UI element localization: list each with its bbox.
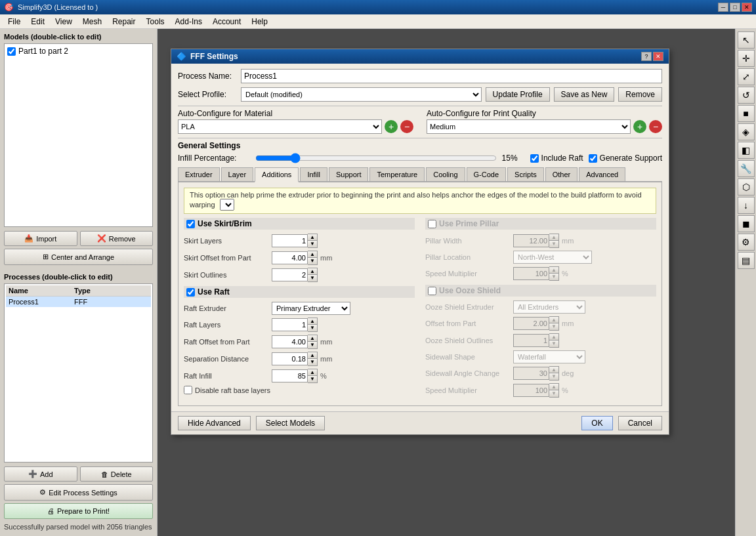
minimize-button[interactable]: ─ <box>718 3 728 12</box>
skirt-layers-input[interactable] <box>272 234 308 247</box>
infill-slider[interactable] <box>255 153 497 163</box>
menu-repair[interactable]: Repair <box>107 16 140 28</box>
tooltip-dropdown[interactable] <box>220 199 234 211</box>
raft-infill-down[interactable]: ▼ <box>308 376 317 382</box>
include-raft-checkbox[interactable] <box>530 154 539 163</box>
tool-move[interactable]: ✛ <box>738 50 755 67</box>
import-button[interactable]: 📥 Import <box>4 231 77 246</box>
disable-raft-checkbox[interactable] <box>184 386 192 394</box>
raft-infill-up[interactable]: ▲ <box>308 369 317 376</box>
menu-view[interactable]: View <box>50 16 77 28</box>
tab-additions[interactable]: Additions <box>255 167 299 182</box>
ooze-shield-checkbox[interactable] <box>428 287 436 295</box>
tool-rotate[interactable]: ↺ <box>738 87 755 104</box>
raft-layers-down[interactable]: ▼ <box>308 325 317 331</box>
tab-gcode[interactable]: G-Code <box>467 167 507 181</box>
prime-pillar-checkbox[interactable] <box>428 220 436 228</box>
tool-scale[interactable]: ⤢ <box>738 68 755 85</box>
remove-profile-button[interactable]: Remove <box>618 87 662 102</box>
delete-icon: 🗑 <box>101 470 108 478</box>
save-as-new-button[interactable]: Save as New <box>554 87 615 102</box>
skirt-outlines-up[interactable]: ▲ <box>308 268 317 275</box>
prepare-to-print-button[interactable]: 🖨 Prepare to Print! <box>4 503 153 519</box>
generate-support-checkbox[interactable] <box>589 154 597 163</box>
raft-infill-input[interactable] <box>272 369 308 382</box>
tab-support[interactable]: Support <box>329 167 369 181</box>
menu-account[interactable]: Account <box>207 16 246 28</box>
skirt-brim-checkbox[interactable] <box>186 220 195 228</box>
menu-add-ins[interactable]: Add-Ins <box>170 16 207 28</box>
add-material-button[interactable]: + <box>385 120 398 133</box>
process-name-row: Process Name: <box>178 69 662 83</box>
profile-select[interactable]: Default (modified) <box>241 87 482 102</box>
ok-button[interactable]: OK <box>581 416 612 430</box>
skirt-offset-down[interactable]: ▼ <box>308 258 317 264</box>
delete-process-button[interactable]: 🗑 Delete <box>80 466 154 482</box>
tool-block[interactable]: ◼ <box>738 215 755 232</box>
tab-scripts[interactable]: Scripts <box>507 167 544 181</box>
auto-quality-select[interactable]: Medium <box>427 119 631 134</box>
separation-down[interactable]: ▼ <box>308 359 317 365</box>
menu-help[interactable]: Help <box>246 16 273 28</box>
tab-cooling[interactable]: Cooling <box>426 167 465 181</box>
select-models-button[interactable]: Select Models <box>256 416 325 430</box>
process-row[interactable]: Process1 FFF <box>6 297 151 307</box>
skirt-outlines-input[interactable] <box>272 268 308 281</box>
tab-temperature[interactable]: Temperature <box>369 167 425 181</box>
raft-offset-input[interactable] <box>272 335 308 348</box>
edit-process-settings-button[interactable]: ⚙ Edit Process Settings <box>4 484 153 501</box>
separation-up[interactable]: ▲ <box>308 352 317 359</box>
update-profile-button[interactable]: Update Profile <box>486 87 550 102</box>
tab-extruder[interactable]: Extruder <box>178 167 220 181</box>
close-button[interactable]: ✕ <box>742 3 752 12</box>
remove-quality-button[interactable]: − <box>649 120 662 133</box>
dialog-help-button[interactable]: ? <box>641 52 652 61</box>
tabs-row: Extruder Layer Additions Infill Support … <box>178 167 662 182</box>
raft-layers-input[interactable] <box>272 318 308 331</box>
cancel-button[interactable]: Cancel <box>618 416 662 430</box>
menu-file[interactable]: File <box>3 16 26 28</box>
tool-view2[interactable]: ◈ <box>738 123 755 140</box>
remove-material-button[interactable]: − <box>400 120 413 133</box>
tab-layer[interactable]: Layer <box>221 167 254 181</box>
maximize-button[interactable]: □ <box>730 3 740 12</box>
menu-mesh[interactable]: Mesh <box>77 16 107 28</box>
center-icon: ⊞ <box>43 253 49 261</box>
tool-menu[interactable]: ▤ <box>738 252 755 269</box>
add-quality-button[interactable]: + <box>633 120 646 133</box>
tool-settings[interactable]: 🔧 <box>738 160 755 177</box>
raft-layers-up[interactable]: ▲ <box>308 318 317 325</box>
separation-input[interactable] <box>272 352 308 365</box>
skirt-outlines-down[interactable]: ▼ <box>308 275 317 281</box>
model-item[interactable]: Part1 to part 2 <box>7 47 150 56</box>
tool-hex[interactable]: ⬡ <box>738 178 755 196</box>
tool-view3[interactable]: ◧ <box>738 142 755 159</box>
tool-view1[interactable]: ■ <box>738 105 755 122</box>
menu-edit[interactable]: Edit <box>26 16 50 28</box>
skirt-layers-up[interactable]: ▲ <box>308 234 317 241</box>
center-arrange-button[interactable]: ⊞ Center and Arrange <box>4 249 153 265</box>
skirt-offset-up[interactable]: ▲ <box>308 251 317 258</box>
pillar-width-unit: mm <box>562 237 574 245</box>
skirt-offset-input[interactable] <box>272 251 308 264</box>
skirt-layers-down[interactable]: ▼ <box>308 241 317 247</box>
raft-offset-up[interactable]: ▲ <box>308 335 317 342</box>
hide-advanced-button[interactable]: Hide Advanced <box>178 416 251 430</box>
dialog-close-button[interactable]: ✕ <box>653 52 663 61</box>
tool-down[interactable]: ↓ <box>738 197 755 214</box>
tab-other[interactable]: Other <box>545 167 578 181</box>
menu-tools[interactable]: Tools <box>141 16 170 28</box>
raft-infill-spinner: ▲ ▼ <box>272 369 318 383</box>
tab-advanced[interactable]: Advanced <box>579 167 625 181</box>
process-name-input[interactable] <box>241 69 662 83</box>
raft-checkbox[interactable] <box>186 288 195 297</box>
raft-extruder-select[interactable]: Primary Extruder <box>272 302 350 315</box>
auto-material-select[interactable]: PLA <box>178 119 382 134</box>
raft-offset-down[interactable]: ▼ <box>308 342 317 348</box>
tool-select[interactable]: ↖ <box>738 31 755 49</box>
tab-infill[interactable]: Infill <box>300 167 327 181</box>
model-checkbox[interactable] <box>7 47 16 56</box>
add-process-button[interactable]: ➕ Add <box>4 466 77 482</box>
remove-model-button[interactable]: ❌ Remove <box>80 231 154 246</box>
tool-gear[interactable]: ⚙ <box>738 234 755 251</box>
